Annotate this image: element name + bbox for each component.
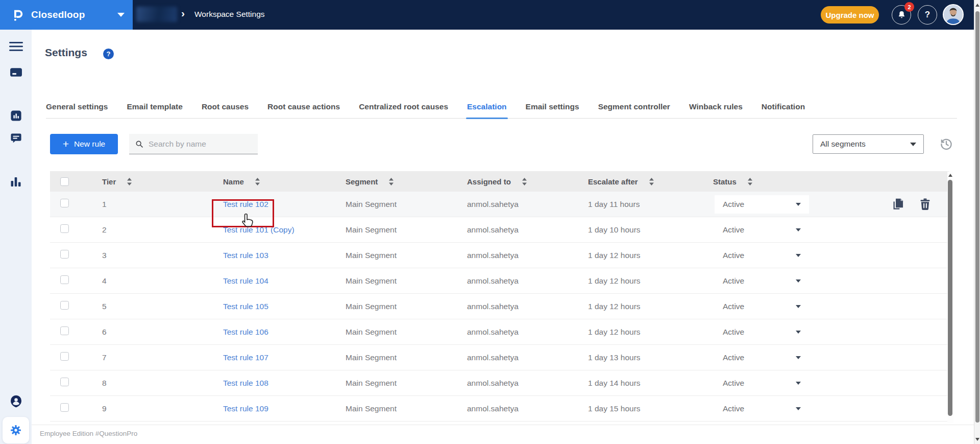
search-input[interactable]	[149, 139, 252, 149]
status-select[interactable]: Active	[715, 323, 809, 341]
sidebar-item-feedback[interactable]	[0, 132, 32, 144]
chevron-down-icon	[796, 254, 801, 257]
status-select[interactable]: Active	[715, 195, 809, 214]
tab-email-settings[interactable]: Email settings	[526, 102, 579, 118]
name-cell: Test rule 102	[196, 200, 318, 209]
tab-root-cause-actions[interactable]: Root cause actions	[267, 102, 340, 118]
tab-root-causes[interactable]: Root causes	[202, 102, 249, 118]
rule-name-link[interactable]: Test rule 109	[223, 404, 268, 413]
sidebar-item-dashboard[interactable]	[0, 110, 32, 122]
status-select[interactable]: Active	[715, 221, 809, 239]
copy-icon[interactable]	[891, 197, 905, 211]
status-select[interactable]: Active	[715, 374, 809, 392]
status-value: Active	[723, 328, 796, 337]
breadcrumb-chevron-icon: ›	[181, 7, 185, 19]
rule-name-link[interactable]: Test rule 105	[223, 302, 268, 311]
status-cell: Active	[688, 246, 815, 265]
new-rule-button[interactable]: + New rule	[50, 134, 118, 154]
page-scrollbar-thumb[interactable]	[975, 11, 979, 423]
status-select[interactable]: Active	[715, 297, 809, 316]
table-scrollbar-thumb[interactable]	[948, 180, 952, 416]
delete-icon[interactable]	[918, 197, 932, 211]
notification-badge: 2	[904, 2, 914, 12]
sort-icon[interactable]	[748, 178, 752, 185]
status-select[interactable]: Active	[715, 272, 809, 290]
status-value: Active	[723, 302, 796, 311]
segment-filter-select[interactable]: All segments	[813, 134, 924, 154]
row-checkbox[interactable]	[60, 326, 69, 335]
table-scroll-up-icon[interactable]	[948, 174, 952, 177]
notifications-button[interactable]: 2	[892, 5, 911, 25]
sidebar-item-account[interactable]	[0, 394, 32, 408]
sidebar-item-settings-active[interactable]	[3, 417, 29, 443]
sort-icon[interactable]	[522, 178, 527, 185]
select-all-checkbox[interactable]	[60, 177, 69, 186]
segment-value: Main Segment	[318, 225, 441, 235]
rule-name-link[interactable]: Test rule 101 (Copy)	[223, 225, 295, 234]
brand-logo-icon	[11, 8, 25, 22]
segment-value: Main Segment	[318, 200, 441, 209]
segment-value: Main Segment	[318, 302, 441, 311]
column-label: Tier	[102, 177, 116, 186]
sidebar-menu-button[interactable]	[0, 41, 32, 52]
tab-centralized-root-causes[interactable]: Centralized root causes	[359, 102, 448, 118]
tab-general-settings[interactable]: General settings	[46, 102, 108, 118]
row-checkbox[interactable]	[60, 275, 69, 284]
name-cell: Test rule 103	[196, 251, 318, 260]
row-checkbox[interactable]	[60, 378, 69, 386]
name-cell: Test rule 108	[196, 379, 318, 388]
tab-email-template[interactable]: Email template	[127, 102, 182, 118]
row-checkbox[interactable]	[60, 352, 69, 361]
status-select[interactable]: Active	[715, 246, 809, 265]
rule-name-link[interactable]: Test rule 106	[223, 328, 268, 336]
status-select[interactable]: Active	[715, 400, 809, 418]
sort-icon[interactable]	[649, 178, 654, 185]
column-header-tier: Tier	[79, 177, 196, 186]
tab-segment-controller[interactable]: Segment controller	[598, 102, 670, 118]
rule-name-link[interactable]: Test rule 102	[223, 200, 268, 208]
table-row: 4Test rule 104Main Segmentanmol.sahetya1…	[50, 268, 949, 294]
sidebar-item-surveys[interactable]	[0, 66, 32, 79]
rule-name-link[interactable]: Test rule 104	[223, 276, 268, 285]
row-checkbox[interactable]	[60, 403, 69, 412]
sidebar-item-analytics[interactable]	[0, 175, 32, 188]
chevron-down-icon	[796, 203, 801, 206]
row-checkbox[interactable]	[60, 301, 69, 310]
chevron-down-icon	[796, 228, 801, 231]
workspace-name-redacted[interactable]	[136, 7, 177, 22]
rule-name-link[interactable]: Test rule 103	[223, 251, 268, 260]
page-scrollbar[interactable]	[974, 0, 980, 444]
brand-menu[interactable]: Closedloop	[0, 0, 133, 30]
escalate-after-value: 1 day 11 hours	[562, 200, 688, 209]
user-avatar[interactable]	[943, 4, 964, 25]
status-value: Active	[723, 200, 796, 209]
table-scrollbar[interactable]	[947, 172, 953, 423]
tab-escalation[interactable]: Escalation	[467, 102, 507, 118]
help-button[interactable]: ?	[918, 5, 937, 25]
search-box	[129, 134, 258, 154]
scroll-up-icon[interactable]	[975, 4, 979, 7]
sort-icon[interactable]	[127, 178, 132, 185]
tier-value: 1	[79, 200, 196, 209]
status-select[interactable]: Active	[715, 348, 809, 367]
row-checkbox[interactable]	[60, 224, 69, 233]
title-help-button[interactable]: ?	[103, 49, 114, 59]
rule-name-link[interactable]: Test rule 108	[223, 379, 268, 387]
rule-name-link[interactable]: Test rule 107	[223, 353, 268, 362]
status-value: Active	[723, 276, 796, 286]
upgrade-now-button[interactable]: Upgrade now	[821, 6, 879, 24]
search-icon	[135, 139, 143, 149]
scroll-down-icon[interactable]	[975, 438, 979, 441]
sort-icon[interactable]	[389, 178, 394, 185]
table-body: 1Test rule 102Main Segmentanmol.sahetya1…	[50, 192, 949, 422]
sort-icon[interactable]	[255, 178, 260, 185]
row-checkbox[interactable]	[60, 199, 69, 207]
chevron-down-icon	[796, 279, 801, 283]
row-checkbox[interactable]	[60, 250, 69, 259]
history-button[interactable]	[939, 137, 953, 151]
assigned-to-value: anmol.sahetya	[441, 251, 562, 260]
tab-notification[interactable]: Notification	[762, 102, 805, 118]
tab-winback-rules[interactable]: Winback rules	[689, 102, 743, 118]
escalate-after-value: 1 day 12 hours	[562, 328, 688, 337]
page-title: Settings	[45, 46, 87, 59]
